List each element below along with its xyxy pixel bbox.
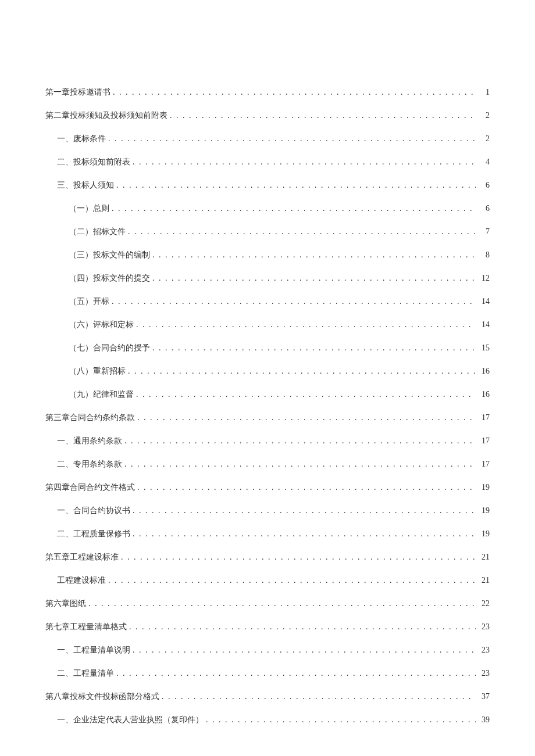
toc-entry-page: 6 [478, 181, 490, 190]
toc-entry-page: 39 [478, 715, 490, 725]
toc-entry[interactable]: （二）招标文件7 [45, 227, 490, 237]
toc-entry[interactable]: 二、专用条约条款17 [45, 459, 490, 470]
toc-entry-title: （二）招标文件 [69, 227, 126, 237]
toc-entry-page: 1 [478, 88, 490, 97]
toc-leader-dots [136, 320, 476, 329]
toc-entry-title: （五）开标 [69, 296, 109, 307]
toc-entry[interactable]: 第四章合同合约文件格式19 [45, 482, 490, 493]
toc-entry[interactable]: 第五章工程建设标准21 [45, 552, 490, 562]
toc-leader-dots [133, 529, 476, 539]
toc-entry[interactable]: 一、废标条件2 [45, 134, 490, 144]
toc-entry[interactable]: （六）评标和定标14 [45, 320, 490, 330]
toc-entry[interactable]: 第一章投标邀请书1 [45, 87, 490, 98]
toc-leader-dots [88, 599, 476, 608]
toc-entry-page: 22 [478, 599, 490, 608]
toc-leader-dots [108, 134, 476, 144]
toc-entry[interactable]: 第七章工程量清单格式23 [45, 622, 490, 632]
toc-entry[interactable]: 一、企业法定代表人营业执照（复印件）39 [45, 715, 490, 725]
toc-entry-title: 一、合同合约协议书 [57, 506, 130, 516]
toc-entry-page: 19 [478, 529, 490, 539]
toc-leader-dots [137, 413, 476, 422]
toc-leader-dots [136, 390, 476, 399]
toc-leader-dots [124, 436, 476, 446]
toc-entry-title: （八）重新招标 [69, 366, 126, 377]
toc-leader-dots [112, 204, 476, 213]
toc-entry-page: 14 [478, 320, 490, 329]
toc-leader-dots [133, 646, 476, 655]
toc-entry-title: 二、投标须知前附表 [57, 157, 130, 167]
toc-leader-dots [170, 111, 476, 120]
toc-entry-title: 第七章工程量清单格式 [45, 622, 127, 632]
toc-entry[interactable]: （一）总则6 [45, 203, 490, 214]
toc-leader-dots [124, 460, 476, 469]
toc-entry[interactable]: （九）纪律和监督16 [45, 389, 490, 400]
toc-leader-dots [162, 692, 476, 701]
toc-entry-page: 23 [478, 669, 490, 678]
toc-entry[interactable]: 第六章图纸22 [45, 599, 490, 609]
toc-entry-title: 第八章投标文件投标函部分格式 [45, 691, 159, 702]
toc-entry-title: 二、工程量清单 [57, 668, 114, 679]
toc-leader-dots [129, 622, 476, 632]
toc-entry-title: 二、专用条约条款 [57, 459, 122, 470]
toc-leader-dots [152, 343, 476, 353]
toc-entry-title: （六）评标和定标 [69, 320, 134, 330]
toc-leader-dots [128, 227, 476, 237]
toc-entry[interactable]: 二、工程量清单23 [45, 668, 490, 679]
toc-leader-dots [112, 297, 476, 306]
toc-entry-title: 第三章合同合约条约条款 [45, 413, 135, 423]
toc-entry-page: 21 [478, 576, 490, 585]
toc-entry-title: （三）投标文件的编制 [69, 250, 150, 260]
toc-entry[interactable]: （五）开标14 [45, 296, 490, 307]
toc-entry-title: 第六章图纸 [45, 599, 86, 609]
toc-entry-title: 第二章投标须知及投标须知前附表 [45, 110, 167, 121]
toc-entry[interactable]: （四）投标文件的提交12 [45, 273, 490, 284]
toc-entry-title: 一、废标条件 [57, 134, 106, 144]
toc-entry-page: 17 [478, 460, 490, 469]
toc-entry-title: 三、投标人须知 [57, 180, 114, 191]
toc-entry-page: 16 [478, 390, 490, 399]
toc-entry[interactable]: 工程建设标准21 [45, 575, 490, 586]
toc-leader-dots [116, 669, 476, 678]
toc-entry[interactable]: 一、工程量清单说明23 [45, 645, 490, 655]
toc-leader-dots [137, 483, 476, 492]
toc-leader-dots [133, 506, 476, 515]
toc-entry-page: 19 [478, 506, 490, 515]
toc-entry-page: 2 [478, 111, 490, 120]
toc-entry-title: （九）纪律和监督 [69, 389, 134, 400]
toc-entry[interactable]: （三）投标文件的编制8 [45, 250, 490, 260]
toc-entry[interactable]: （七）合同合约的授予15 [45, 343, 490, 353]
toc-entry-page: 7 [478, 227, 490, 237]
toc-entry[interactable]: 二、投标须知前附表4 [45, 157, 490, 167]
toc-leader-dots [116, 181, 476, 190]
toc-entry-title: 工程建设标准 [57, 575, 106, 586]
toc-entry-page: 16 [478, 367, 490, 376]
toc-entry[interactable]: 第二章投标须知及投标须知前附表2 [45, 110, 490, 121]
toc-leader-dots [133, 157, 476, 167]
toc-entry-page: 23 [478, 646, 490, 655]
toc-entry-title: 一、工程量清单说明 [57, 645, 130, 655]
table-of-contents: 第一章投标邀请书1第二章投标须知及投标须知前附表2一、废标条件2二、投标须知前附… [45, 87, 490, 725]
toc-entry-page: 6 [478, 204, 490, 213]
toc-entry-title: 第五章工程建设标准 [45, 552, 119, 562]
toc-entry[interactable]: 第八章投标文件投标函部分格式37 [45, 691, 490, 702]
toc-entry[interactable]: 二、工程质量保修书19 [45, 529, 490, 539]
toc-entry-page: 2 [478, 134, 490, 144]
toc-entry-page: 19 [478, 483, 490, 492]
toc-entry-page: 8 [478, 250, 490, 260]
toc-entry-page: 21 [478, 553, 490, 562]
toc-entry-title: 二、工程质量保修书 [57, 529, 130, 539]
toc-entry[interactable]: 三、投标人须知6 [45, 180, 490, 191]
toc-entry-page: 14 [478, 297, 490, 306]
toc-entry[interactable]: 一、合同合约协议书19 [45, 506, 490, 516]
toc-entry[interactable]: 第三章合同合约条约条款17 [45, 413, 490, 423]
toc-entry-title: （七）合同合约的授予 [69, 343, 150, 353]
toc-leader-dots [121, 553, 476, 562]
toc-entry-page: 37 [478, 692, 490, 701]
toc-entry-page: 15 [478, 343, 490, 353]
toc-leader-dots [152, 250, 476, 260]
toc-entry[interactable]: （八）重新招标16 [45, 366, 490, 377]
toc-entry-title: 第四章合同合约文件格式 [45, 482, 135, 493]
toc-leader-dots [128, 367, 476, 376]
toc-entry-page: 17 [478, 436, 490, 446]
toc-entry[interactable]: 一、通用条约条款17 [45, 436, 490, 446]
